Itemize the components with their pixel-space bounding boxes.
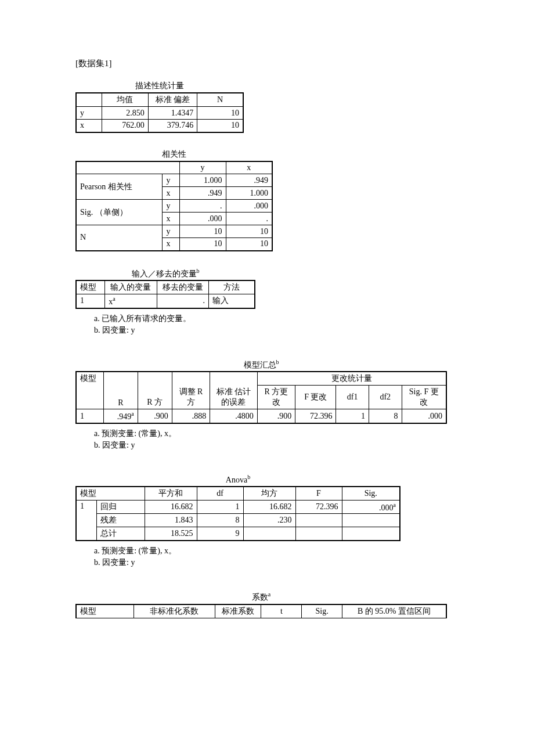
cell-var: y	[163, 225, 179, 238]
header-unstd: 非标准化系数	[134, 604, 215, 618]
cell-n: 10	[197, 120, 243, 132]
table-row: 总计 18.525 9	[76, 527, 400, 541]
header-df: df	[197, 487, 243, 501]
cell-val: 1.000	[226, 187, 272, 200]
header-model: 模型	[76, 487, 145, 501]
title-sup: b	[276, 359, 279, 365]
header-fchg: F 更改	[295, 386, 336, 409]
descriptive-stats-table: 均值 标准 偏差 N y 2.850 1.4347 10 x 762.00 37…	[75, 92, 244, 133]
header-std: 标准系数	[215, 604, 261, 618]
coefficients-title: 系数a	[75, 591, 447, 603]
cell-var: x	[76, 120, 102, 132]
table-row: 残差 1.843 8 .230	[76, 514, 400, 527]
cell-df: 8	[197, 514, 243, 527]
cell-sig	[342, 527, 400, 541]
cell-adjrsq: .888	[172, 409, 210, 423]
table-row: y 2.850 1.4347 10	[76, 107, 243, 120]
cell-val: .	[179, 200, 226, 213]
r-sup: a	[131, 411, 134, 417]
table-row: 1 回归 16.682 1 16.682 72.396 .000a	[76, 500, 400, 514]
table-row: x 762.00 379.746 10	[76, 120, 243, 132]
footnote: b. 因变量: y	[94, 440, 459, 451]
cell-n: 10	[197, 107, 243, 120]
vars-entered-table: 模型 输入的变量 移去的变量 方法 1 xa . 输入	[75, 280, 255, 309]
cell-ms	[243, 527, 295, 541]
vars-entered-title: 输入／移去的变量b	[75, 268, 255, 279]
cell-ms: .230	[243, 514, 295, 527]
header-df1: df1	[336, 386, 369, 409]
model-summary-title: 模型汇总b	[75, 359, 447, 370]
dataset-label: [数据集1]	[75, 58, 459, 69]
header-ss: 平方和	[145, 487, 197, 501]
cell-var: y	[76, 107, 102, 120]
table-header-row: y x	[76, 161, 272, 174]
header-ci: B 的 95.0% 置信区间	[342, 604, 446, 618]
header-x: x	[226, 161, 272, 174]
title-text: 模型汇总	[244, 360, 276, 369]
cell-label: 回归	[96, 500, 145, 514]
header-y: y	[179, 161, 226, 174]
cell-val: .949	[179, 187, 226, 200]
cell-label: 残差	[96, 514, 145, 527]
header-change-stats: 更改统计量	[257, 372, 446, 386]
cell-group: Pearson 相关性	[76, 174, 163, 200]
cell-model: 1	[76, 294, 105, 308]
cell-label: 总计	[96, 527, 145, 541]
header-rsq: R 方	[138, 372, 172, 409]
header-model: 模型	[76, 604, 134, 618]
correlations-title: 相关性	[75, 149, 273, 160]
coefficients-section: 系数a 模型 非标准化系数 标准系数 t Sig. B 的 95.0% 置信区间	[75, 591, 459, 618]
header-adjrsq: 调整 R 方	[172, 372, 210, 409]
cell-sig: .000a	[342, 500, 400, 514]
footnote: a. 预测变量: (常量), x。	[94, 546, 459, 556]
cell-df1: 1	[336, 409, 369, 423]
footnote: b. 因变量: y	[94, 325, 459, 336]
cell-rsq: .900	[138, 409, 172, 423]
header-stderr: 标准 估计的误差	[210, 372, 257, 409]
cell-removed: .	[157, 294, 208, 308]
cell-fchg: 72.396	[295, 409, 336, 423]
cell-val: .000	[226, 200, 272, 213]
anova-title: Anovab	[75, 474, 400, 485]
descriptive-stats-title: 描述性统计量	[75, 81, 244, 91]
cell-stderr: .4800	[210, 409, 257, 423]
cell-f	[295, 514, 342, 527]
cell-rsqchg: .900	[257, 409, 295, 423]
cell-f	[295, 527, 342, 541]
header-ms: 均方	[243, 487, 295, 501]
header-sigfchg: Sig. F 更改	[402, 386, 446, 409]
title-text: 输入／移去的变量	[132, 269, 197, 278]
header-std: 标准 偏差	[148, 93, 197, 107]
table-header-row: 模型 输入的变量 移去的变量 方法	[76, 280, 255, 294]
cell-var: x	[163, 213, 179, 225]
cell-mean: 762.00	[102, 120, 149, 132]
header-r: R	[104, 372, 138, 409]
cell-model: 1	[76, 409, 104, 423]
table-header-row: 模型 平方和 df 均方 F Sig.	[76, 487, 400, 501]
cell-df2: 8	[369, 409, 402, 423]
cell-df: 9	[197, 527, 243, 541]
cell-val: .	[226, 213, 272, 225]
cell-df: 1	[197, 500, 243, 514]
title-sup: b	[247, 474, 250, 480]
cell-r: .949a	[104, 409, 138, 423]
table-header-row: 模型 R R 方 调整 R 方 标准 估计的误差 更改统计量	[76, 372, 446, 386]
anova-section: Anovab 模型 平方和 df 均方 F Sig. 1 回归 16.682 1…	[75, 474, 459, 568]
footnote: a. 预测变量: (常量), x。	[94, 429, 459, 439]
table-row: Sig. （单侧） y . .000	[76, 200, 272, 213]
cell-std: 379.746	[148, 120, 197, 132]
cell-val: .000	[179, 213, 226, 225]
table-row: N y 10 10	[76, 225, 272, 238]
cell-ss: 16.682	[145, 500, 197, 514]
sig-sup: a	[394, 502, 396, 508]
model-summary-section: 模型汇总b 模型 R R 方 调整 R 方 标准 估计的误差 更改统计量 R 方…	[75, 359, 459, 451]
cell-val: 10	[179, 238, 226, 251]
cell-sigfchg: .000	[402, 409, 446, 423]
cell-var: x	[163, 238, 179, 251]
title-text: 系数	[252, 593, 268, 602]
header-sig: Sig.	[342, 487, 400, 501]
model-summary-table: 模型 R R 方 调整 R 方 标准 估计的误差 更改统计量 R 方更改 F 更…	[75, 371, 447, 424]
table-row: 1 .949a .900 .888 .4800 .900 72.396 1 8 …	[76, 409, 446, 423]
header-blank	[76, 93, 102, 107]
title-sup: b	[197, 268, 200, 274]
